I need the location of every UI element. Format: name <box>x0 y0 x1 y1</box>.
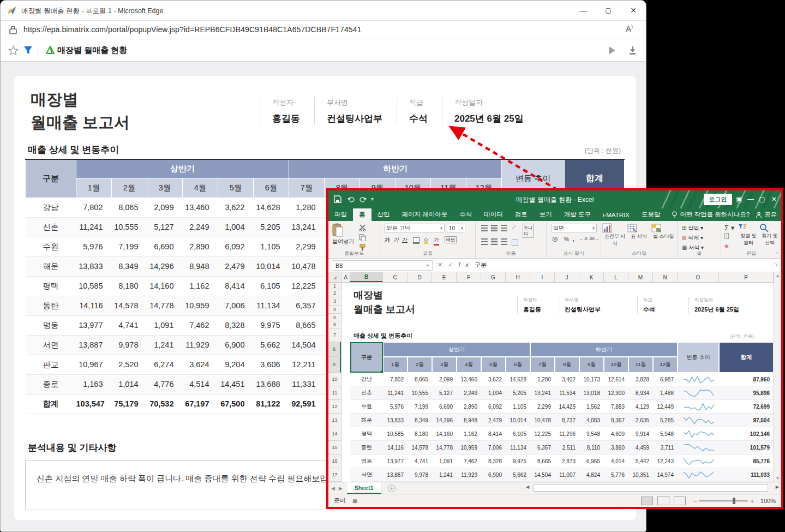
enter-icon[interactable]: ✓ <box>448 261 458 268</box>
align-center-icon[interactable] <box>491 238 498 245</box>
fill-color-icon[interactable]: ◇ <box>424 236 428 244</box>
decimal-icons[interactable]: ←.0 .00→ <box>579 236 599 241</box>
hscroll-left-icon[interactable]: ◀ <box>526 485 529 489</box>
column-headers[interactable]: ◢ABCDEFGHIJKLMNOP <box>328 272 774 283</box>
ribbon-tab-페이지 레이아웃[interactable]: 페이지 레이아웃 <box>396 208 454 221</box>
border-icon[interactable] <box>413 237 420 244</box>
column-header-J[interactable]: J <box>555 272 579 282</box>
expand-formula-bar-icon[interactable]: ˅ <box>775 262 778 267</box>
macro-record-icon[interactable]: ▦ <box>352 498 357 504</box>
column-header-H[interactable]: H <box>506 272 530 282</box>
align-top-icon[interactable] <box>481 225 488 231</box>
column-header-M[interactable]: M <box>628 272 653 282</box>
row-header-15[interactable]: 15 <box>328 441 341 455</box>
column-header-O[interactable]: O <box>678 272 719 282</box>
delete-cells-button[interactable]: ⊠ 삭제 ▾ <box>682 234 703 242</box>
bold-button[interactable]: 가 <box>385 236 390 244</box>
page-bookmark-title[interactable]: 매장별 월매출 현황 <box>57 45 127 56</box>
site-permissions-icon[interactable] <box>9 25 17 35</box>
wrap-text-icon[interactable]: 가나다 <box>523 224 534 238</box>
format-as-table-button[interactable]: 표 서식 <box>627 223 650 240</box>
share-button[interactable]: 공유 <box>756 208 777 221</box>
xl-selected-cell-gubun[interactable]: 구분 <box>350 342 383 373</box>
column-header-P[interactable]: P <box>719 272 774 282</box>
bimatrix-logo-icon[interactable] <box>45 45 55 55</box>
formula-input[interactable]: 구분 <box>475 261 487 269</box>
row-header-8[interactable]: 8 <box>328 342 341 357</box>
zoom-slider-thumb[interactable] <box>733 498 735 504</box>
row-headers[interactable]: 1234567891011121314151617 <box>328 283 341 482</box>
row-header-16[interactable]: 16 <box>328 455 341 468</box>
align-right-icon[interactable] <box>501 238 507 245</box>
font-color-icon[interactable]: 가 <box>434 236 439 246</box>
percent-icon[interactable]: % <box>564 236 569 242</box>
column-header-K[interactable]: K <box>579 272 604 282</box>
column-header-D[interactable]: D <box>408 272 432 282</box>
fill-button[interactable]: ↓ <box>724 233 729 239</box>
ribbon-tab-파일[interactable]: 파일 <box>328 208 353 221</box>
autosum-button[interactable]: Σ ▾ <box>724 224 734 232</box>
zoom-slider[interactable] <box>699 500 748 501</box>
ribbon-tab-홈[interactable]: 홈 <box>353 208 371 221</box>
play-icon[interactable] <box>607 46 616 55</box>
find-select-button[interactable]: 찾기 및 선택 <box>759 223 780 247</box>
merge-center-icon[interactable] <box>512 240 518 246</box>
conditional-formatting-button[interactable]: 조건부 서식 <box>602 223 627 247</box>
row-header-13[interactable]: 13 <box>328 414 341 427</box>
sort-filter-button[interactable]: 정렬 및 필터 <box>738 223 759 247</box>
download-icon[interactable] <box>628 46 637 55</box>
cell-styles-button[interactable]: 셀 스타일 <box>651 223 675 240</box>
font-size-select[interactable]: 10 <box>447 224 465 232</box>
sheet-prev-icon[interactable]: ◀ <box>328 486 338 491</box>
row-header-17[interactable]: 17 <box>328 468 341 482</box>
cancel-icon[interactable]: ✕ <box>438 261 448 268</box>
cut-scissors-icon[interactable] <box>359 224 366 231</box>
column-header-I[interactable]: I <box>530 272 555 282</box>
sheet-next-icon[interactable]: ▶ <box>338 486 347 491</box>
comma-icon[interactable]: , <box>573 236 574 242</box>
name-box[interactable]: B8▾ <box>332 260 433 271</box>
italic-button[interactable]: 가 <box>393 236 399 244</box>
ribbon-tab-검토[interactable]: 검토 <box>509 208 534 221</box>
url-text[interactable]: https://epa.bimatrix.com/portal/popupVie… <box>23 25 361 34</box>
page-layout-view-icon[interactable] <box>657 497 669 505</box>
align-left-icon[interactable] <box>481 238 488 245</box>
ribbon-tab-i-MATRIX[interactable]: i-MATRIX <box>597 208 636 221</box>
align-bottom-icon[interactable] <box>501 225 507 231</box>
zoom-in-icon[interactable]: + <box>750 498 753 504</box>
insert-cells-button[interactable]: ⊞ 삽입 ▾ <box>682 224 703 232</box>
select-all-corner[interactable]: ◢ <box>328 272 341 282</box>
new-sheet-icon[interactable]: + <box>388 485 396 492</box>
edge-close-button[interactable]: ✕ <box>621 1 646 20</box>
edge-minimize-button[interactable]: — <box>571 1 596 20</box>
collapse-ribbon-icon[interactable]: ⌃ <box>775 252 779 257</box>
zoom-out-icon[interactable]: − <box>693 498 697 504</box>
row-header-2[interactable]: 2 <box>328 289 341 297</box>
row-header-3[interactable]: 3 <box>328 297 341 306</box>
copy-icon[interactable] <box>359 234 366 241</box>
tell-me-box[interactable]: 어떤 작업을 원하시나요? <box>666 208 755 221</box>
ribbon-tab-보기[interactable]: 보기 <box>534 208 558 221</box>
column-header-E[interactable]: E <box>432 272 457 282</box>
ribbon-tab-도움말[interactable]: 도움말 <box>636 208 667 221</box>
sheet-content[interactable]: 매장별월매출 보고서 작성자 홍길동 부서명 컨설팅사업부 직급 수석 작성일자… <box>341 283 774 482</box>
ribbon-tab-개발 도구[interactable]: 개발 도구 <box>558 208 597 221</box>
row-header-6[interactable]: 6 <box>328 321 341 328</box>
hscroll-right-icon[interactable]: ▶ <box>776 485 779 489</box>
row-header-4[interactable]: 4 <box>328 306 341 314</box>
sheet-tab-sheet1[interactable]: Sheet1 <box>347 482 381 494</box>
ribbon-tab-데이터[interactable]: 데이터 <box>478 208 509 221</box>
edge-maximize-button[interactable]: ▢ <box>596 1 621 20</box>
excel-close-button[interactable]: ✕ <box>766 190 781 208</box>
row-header-10[interactable]: 10 <box>328 373 341 386</box>
column-header-G[interactable]: G <box>481 272 506 282</box>
read-aloud-icon[interactable]: A) <box>626 24 633 33</box>
filter-funnel-icon[interactable] <box>23 46 33 55</box>
edge-address-bar[interactable]: https://epa.bimatrix.com/portal/popupVie… <box>1 21 646 39</box>
font-name-select[interactable]: 맑은 고딕 <box>385 224 445 232</box>
column-header-N[interactable]: N <box>653 272 678 282</box>
ribbon-tab-삽입[interactable]: 삽입 <box>371 208 396 221</box>
column-header-C[interactable]: C <box>383 272 408 282</box>
underline-button[interactable]: 가 <box>402 236 408 244</box>
orientation-icon[interactable]: ⟋ <box>512 224 516 231</box>
